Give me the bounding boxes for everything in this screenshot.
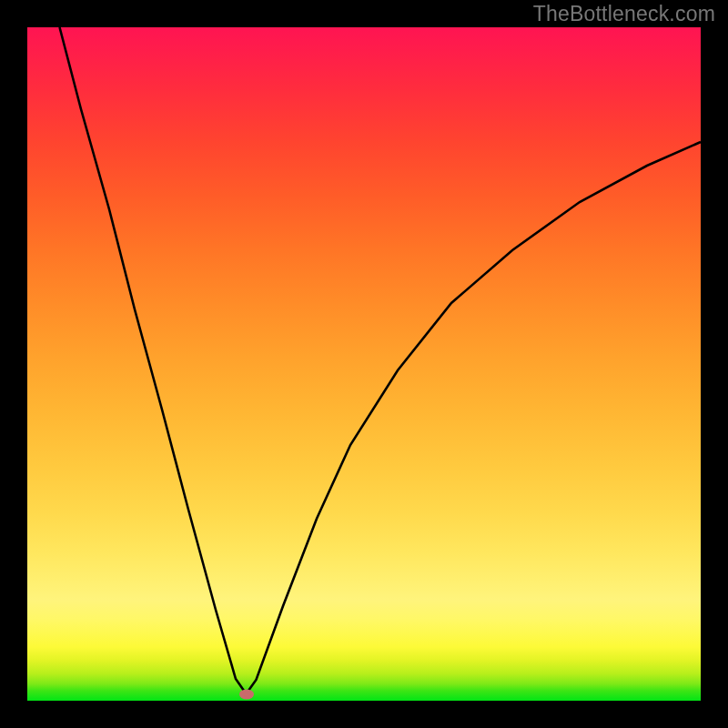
watermark-text: TheBottleneck.com <box>533 2 715 26</box>
curve-svg <box>27 27 701 701</box>
plot-area <box>27 27 701 701</box>
bottleneck-curve <box>60 27 702 694</box>
chart-frame <box>0 0 728 728</box>
minimum-marker <box>239 690 254 700</box>
